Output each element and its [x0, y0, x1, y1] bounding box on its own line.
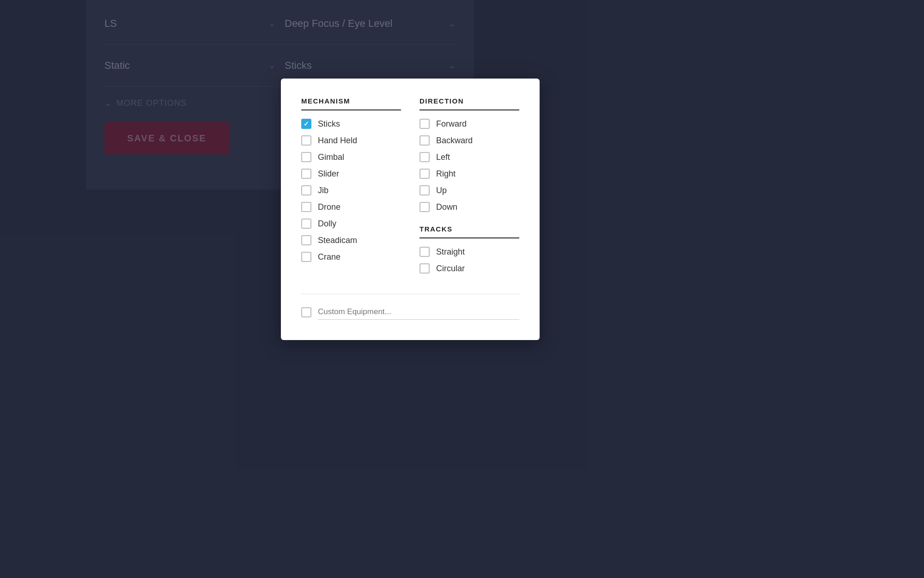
direction-up-item[interactable]: Up — [419, 185, 519, 195]
direction-forward-label: Forward — [436, 119, 467, 129]
mechanism-jib-checkbox[interactable] — [301, 185, 311, 195]
mechanism-slider-label: Slider — [318, 169, 339, 179]
mechanism-gimbal-item[interactable]: Gimbal — [301, 152, 401, 162]
mechanism-drone-checkbox[interactable] — [301, 202, 311, 212]
mechanism-sticks-checkbox[interactable] — [301, 119, 311, 129]
direction-up-label: Up — [436, 186, 447, 195]
direction-down-checkbox[interactable] — [419, 202, 430, 212]
direction-backward-item[interactable]: Backward — [419, 135, 519, 146]
custom-equipment-row — [301, 304, 519, 320]
mechanism-dolly-checkbox[interactable] — [301, 219, 311, 229]
direction-down-label: Down — [436, 202, 457, 212]
mechanism-handheld-item[interactable]: Hand Held — [301, 135, 401, 146]
direction-up-checkbox[interactable] — [419, 185, 430, 195]
tracks-circular-item[interactable]: Circular — [419, 263, 519, 274]
direction-right-checkbox[interactable] — [419, 169, 430, 179]
mechanism-slider-item[interactable]: Slider — [301, 169, 401, 179]
mechanism-crane-item[interactable]: Crane — [301, 252, 401, 262]
direction-left-label: Left — [436, 152, 450, 162]
direction-tracks-column: DIRECTION Forward Backward Left Right Up — [419, 97, 519, 280]
direction-forward-checkbox[interactable] — [419, 119, 430, 129]
mechanism-gimbal-checkbox[interactable] — [301, 152, 311, 162]
custom-equipment-input[interactable] — [318, 304, 519, 320]
direction-backward-label: Backward — [436, 136, 473, 146]
modal-divider — [301, 294, 519, 294]
direction-left-item[interactable]: Left — [419, 152, 519, 162]
direction-backward-checkbox[interactable] — [419, 135, 430, 146]
mechanism-jib-label: Jib — [318, 186, 328, 195]
mechanism-gimbal-label: Gimbal — [318, 152, 344, 162]
mechanism-steadicam-item[interactable]: Steadicam — [301, 235, 401, 245]
mechanism-sticks-label: Sticks — [318, 119, 340, 129]
direction-title: DIRECTION — [419, 97, 519, 110]
direction-right-label: Right — [436, 169, 456, 179]
mechanism-handheld-label: Hand Held — [318, 136, 357, 146]
mechanism-column: MECHANISM Sticks Hand Held Gimbal Slider… — [301, 97, 401, 280]
mechanism-steadicam-label: Steadicam — [318, 236, 357, 245]
mechanism-jib-item[interactable]: Jib — [301, 185, 401, 195]
modal-columns: MECHANISM Sticks Hand Held Gimbal Slider… — [301, 97, 519, 280]
mechanism-drone-item[interactable]: Drone — [301, 202, 401, 212]
mechanism-crane-label: Crane — [318, 252, 340, 262]
mechanism-handheld-checkbox[interactable] — [301, 135, 311, 146]
mechanism-title: MECHANISM — [301, 97, 401, 110]
tracks-straight-checkbox[interactable] — [419, 247, 430, 257]
tracks-circular-checkbox[interactable] — [419, 263, 430, 274]
tracks-title: TRACKS — [419, 225, 519, 238]
mechanism-drone-label: Drone — [318, 202, 340, 212]
tracks-straight-item[interactable]: Straight — [419, 247, 519, 257]
direction-down-item[interactable]: Down — [419, 202, 519, 212]
custom-equipment-checkbox[interactable] — [301, 307, 311, 317]
mechanism-slider-checkbox[interactable] — [301, 169, 311, 179]
tracks-section: TRACKS Straight Circular — [419, 225, 519, 274]
direction-left-checkbox[interactable] — [419, 152, 430, 162]
tracks-straight-label: Straight — [436, 247, 465, 257]
equipment-modal: MECHANISM Sticks Hand Held Gimbal Slider… — [281, 79, 540, 340]
mechanism-dolly-label: Dolly — [318, 219, 336, 229]
direction-forward-item[interactable]: Forward — [419, 119, 519, 129]
mechanism-sticks-item[interactable]: Sticks — [301, 119, 401, 129]
mechanism-dolly-item[interactable]: Dolly — [301, 219, 401, 229]
mechanism-crane-checkbox[interactable] — [301, 252, 311, 262]
tracks-circular-label: Circular — [436, 264, 465, 274]
mechanism-steadicam-checkbox[interactable] — [301, 235, 311, 245]
direction-right-item[interactable]: Right — [419, 169, 519, 179]
